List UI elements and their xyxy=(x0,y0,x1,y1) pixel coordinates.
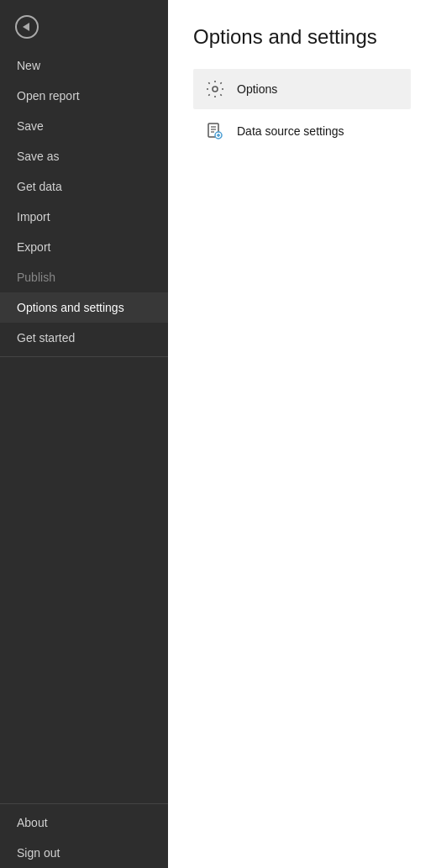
data-source-label: Data source settings xyxy=(237,124,344,138)
sidebar: New Open report Save Save as Get data Im… xyxy=(0,0,168,868)
nav-divider xyxy=(0,356,168,357)
back-button[interactable] xyxy=(10,10,44,44)
settings-item-options[interactable]: Options xyxy=(193,69,411,109)
gear-icon xyxy=(205,79,225,99)
settings-list: Options Data source settings xyxy=(193,69,411,151)
options-label: Options xyxy=(237,82,277,96)
sidebar-nav: New Open report Save Save as Get data Im… xyxy=(0,50,168,803)
sidebar-item-export[interactable]: Export xyxy=(0,232,168,262)
sidebar-item-about[interactable]: About xyxy=(0,808,168,838)
sidebar-item-options-and-settings[interactable]: Options and settings xyxy=(0,292,168,323)
sidebar-item-get-started[interactable]: Get started xyxy=(0,323,168,353)
sidebar-item-publish[interactable]: Publish xyxy=(0,262,168,292)
datasource-icon xyxy=(205,121,225,141)
sidebar-item-save-as[interactable]: Save as xyxy=(0,141,168,171)
sidebar-bottom: About Sign out xyxy=(0,803,168,868)
sidebar-item-save[interactable]: Save xyxy=(0,111,168,141)
main-content: Options and settings Options Data source… xyxy=(168,0,436,868)
sidebar-item-sign-out[interactable]: Sign out xyxy=(0,838,168,868)
sidebar-item-get-data[interactable]: Get data xyxy=(0,171,168,202)
page-title: Options and settings xyxy=(193,25,411,49)
sidebar-item-new[interactable]: New xyxy=(0,50,168,81)
sidebar-item-import[interactable]: Import xyxy=(0,202,168,232)
back-arrow-icon xyxy=(23,23,29,31)
sidebar-item-open-report[interactable]: Open report xyxy=(0,81,168,111)
svg-point-0 xyxy=(213,87,218,92)
settings-item-data-source[interactable]: Data source settings xyxy=(193,111,411,151)
back-circle-icon xyxy=(15,15,39,39)
